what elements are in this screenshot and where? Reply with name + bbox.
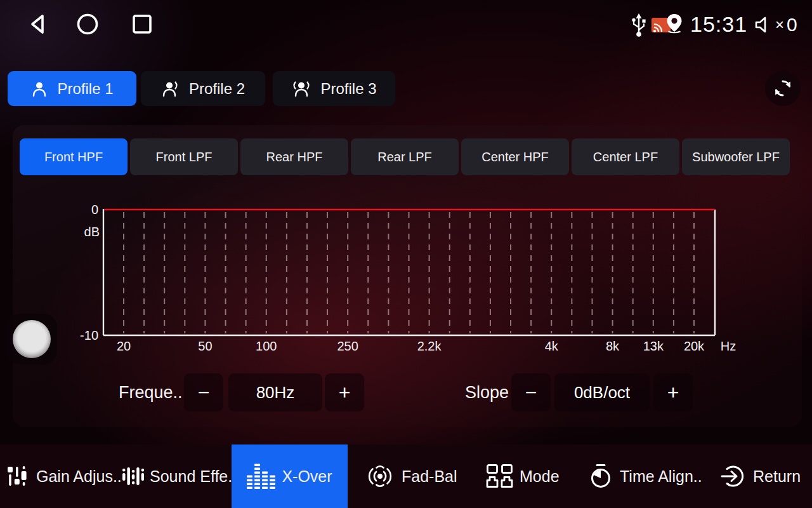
fad-bal-icon — [364, 464, 396, 489]
tab-label: Rear LPF — [377, 150, 432, 164]
slope-minus-button[interactable]: − — [511, 373, 551, 411]
frequency-plus-button[interactable]: + — [325, 373, 364, 411]
profile-tab-label: Profile 2 — [189, 80, 245, 98]
knob-circle — [13, 320, 51, 358]
tab-center-lpf[interactable]: Center LPF — [572, 138, 679, 175]
tab-front-hpf[interactable]: Front HPF — [20, 138, 128, 175]
svg-text:250: 250 — [337, 339, 358, 353]
refresh-icon — [773, 78, 793, 98]
sound-effect-icon — [122, 465, 144, 488]
mute-cross: × — [775, 16, 784, 34]
svg-text:13k: 13k — [643, 339, 664, 353]
svg-text:20k: 20k — [684, 339, 705, 353]
refresh-button[interactable] — [765, 70, 801, 106]
mode-icon — [486, 464, 514, 489]
nav-time-align[interactable]: Time Align.. — [587, 444, 702, 508]
nav-label: Sound Effe.. — [150, 467, 237, 486]
tab-label: Front LPF — [156, 150, 213, 164]
nav-label: Return — [753, 467, 801, 486]
svg-text:4k: 4k — [545, 339, 559, 353]
tab-center-hpf[interactable]: Center HPF — [461, 138, 569, 175]
volume-value: 0 — [787, 14, 797, 36]
time-align-icon — [587, 463, 614, 490]
usb-icon — [630, 12, 648, 39]
profile-tab-label: Profile 1 — [57, 80, 113, 98]
location-icon — [665, 13, 684, 36]
tab-label: Center HPF — [481, 150, 549, 164]
svg-text:0: 0 — [91, 203, 98, 217]
tab-label: Front HPF — [44, 150, 103, 164]
frequency-response-chart: 20501002502.2k4k8k13k20kHz0-10dB — [76, 203, 749, 356]
nav-gain-adjust[interactable]: Gain Adjus.. — [6, 444, 122, 508]
back-icon[interactable] — [25, 11, 51, 37]
clock: 15:31 — [690, 12, 747, 37]
status-bar: 15:31 × 0 — [0, 0, 812, 51]
svg-text:Hz: Hz — [721, 339, 736, 353]
volume-indicator: × 0 — [754, 14, 797, 36]
profile-tab-label: Profile 3 — [320, 80, 376, 98]
tab-subwoofer-lpf[interactable]: Subwoofer LPF — [682, 138, 790, 175]
nav-mode[interactable]: Mode — [486, 444, 560, 508]
x-over-icon — [247, 462, 276, 490]
tab-rear-hpf[interactable]: Rear HPF — [240, 138, 348, 175]
person-3-icon — [291, 80, 311, 98]
profile-tab-3[interactable]: Profile 3 — [273, 71, 395, 106]
frequency-minus-button[interactable]: − — [184, 373, 223, 411]
nav-label: Time Align.. — [620, 467, 702, 486]
slope-value: 0dB/oct — [554, 373, 650, 411]
nav-fad-bal[interactable]: Fad-Bal — [364, 444, 457, 508]
nav-label: Fad-Bal — [402, 467, 457, 486]
svg-text:2.2k: 2.2k — [417, 339, 442, 353]
svg-text:dB: dB — [84, 225, 100, 239]
svg-text:-10: -10 — [80, 328, 98, 342]
nav-x-over[interactable]: X-Over — [232, 444, 348, 508]
tab-label: Rear HPF — [266, 150, 323, 164]
nav-label: Gain Adjus.. — [36, 467, 122, 486]
svg-text:20: 20 — [117, 339, 131, 353]
tab-rear-lpf[interactable]: Rear LPF — [351, 138, 459, 175]
slope-label: Slope — [465, 373, 509, 411]
nav-label: Mode — [520, 467, 560, 486]
person-2-icon — [161, 80, 180, 98]
floating-knob-button[interactable] — [6, 314, 57, 364]
profile-tab-2[interactable]: Profile 2 — [141, 71, 265, 106]
home-icon[interactable] — [75, 11, 100, 37]
tab-label: Subwoofer LPF — [692, 150, 780, 164]
volume-muted-icon — [754, 15, 774, 35]
frequency-value: 80Hz — [228, 373, 322, 411]
person-icon — [30, 80, 48, 98]
nav-return[interactable]: Return — [721, 444, 801, 508]
nav-sound-effect[interactable]: Sound Effe.. — [122, 444, 237, 508]
svg-text:50: 50 — [198, 339, 212, 353]
return-icon — [721, 463, 747, 490]
svg-text:100: 100 — [256, 339, 277, 353]
gain-adjust-icon — [6, 464, 30, 489]
bottom-nav-bar: Gain Adjus.. Sound Effe.. X-Over — [0, 444, 812, 508]
slope-plus-button[interactable]: + — [653, 373, 693, 411]
frequency-label: Freque.. — [119, 373, 183, 411]
tab-label: Center LPF — [593, 150, 658, 164]
nav-label: X-Over — [282, 467, 332, 486]
profile-tab-1[interactable]: Profile 1 — [8, 71, 136, 106]
filter-tab-bar: Front HPF Front LPF Rear HPF Rear LPF Ce… — [20, 138, 790, 175]
svg-text:8k: 8k — [606, 339, 620, 353]
tab-front-lpf[interactable]: Front LPF — [130, 138, 238, 175]
recents-icon[interactable] — [129, 11, 155, 37]
